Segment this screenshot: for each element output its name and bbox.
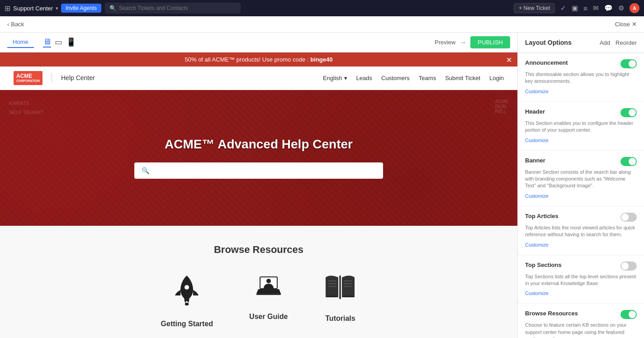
- nav-submit-ticket[interactable]: Submit Ticket: [445, 75, 480, 81]
- topbar: ⊞ Support Center ▾ Invite Agents 🔍 + New…: [0, 0, 644, 16]
- panel-header-actions: Add Reorder: [600, 39, 637, 46]
- lang-chevron-icon: ▾: [344, 75, 347, 81]
- customize-announcement[interactable]: Customize: [525, 89, 549, 94]
- nav-teams[interactable]: Teams: [419, 75, 436, 81]
- section-title-top-articles: Top Articles: [525, 213, 559, 219]
- chat-icon[interactable]: 💬: [604, 4, 613, 12]
- banner-title: ACME™ Advanced Help Center: [9, 137, 508, 152]
- resource-item-user-guide[interactable]: User Guide: [249, 274, 288, 328]
- layout-icon[interactable]: ▣: [572, 4, 578, 12]
- section-desc-banner: Banner Section consists of the search ba…: [525, 169, 637, 190]
- panel-section-header: Header This Section enables you to confi…: [518, 102, 644, 151]
- banner-search-icon: 🔍: [142, 167, 149, 174]
- resource-label-tutorials: Tutorials: [325, 314, 355, 323]
- main-layout: Home 🖥 ▭ 📱 Preview → PUBLISH 50% of all …: [0, 33, 644, 338]
- publish-button[interactable]: PUBLISH: [470, 36, 510, 48]
- announcement-close-icon[interactable]: ✕: [506, 55, 512, 64]
- laptop-icon: [253, 274, 284, 305]
- resource-item-tutorials[interactable]: Tutorials: [324, 274, 356, 328]
- grid-icon[interactable]: ⊞: [5, 4, 10, 13]
- right-panel: Layout Options Add Reorder Announcement …: [517, 33, 644, 338]
- section-desc-announcement: This dismissable section allows you to h…: [525, 71, 637, 85]
- website-preview: 50% of all ACME™ products! Use promo cod…: [0, 52, 517, 338]
- section-desc-top-sections: Top Sections lists all the top-level sec…: [525, 273, 637, 287]
- settings-icon[interactable]: ⚙: [618, 4, 624, 12]
- toggle-browse-resources[interactable]: [620, 310, 637, 319]
- panel-section-announcement: Announcement This dismissable section al…: [518, 53, 644, 102]
- tablet-icon[interactable]: ▭: [55, 37, 62, 48]
- home-tab[interactable]: Home: [7, 37, 34, 48]
- secondbar: ‹ Back Close ✕: [0, 16, 644, 33]
- section-desc-browse-resources: Choose to feature certain KB sections on…: [525, 322, 637, 338]
- customize-banner[interactable]: Customize: [525, 193, 549, 199]
- app-chevron-icon[interactable]: ▾: [56, 5, 58, 11]
- site-header: ACME CORPORATION Help Center English ▾ L…: [0, 67, 517, 90]
- nav-customers[interactable]: Customers: [381, 75, 410, 81]
- logo-line1: ACME: [16, 73, 40, 79]
- section-title-announcement: Announcement: [525, 59, 568, 66]
- search-icon: 🔍: [109, 5, 116, 11]
- book-icon: [324, 274, 356, 307]
- desktop-icon[interactable]: 🖥: [43, 37, 51, 48]
- resource-label-getting-started: Getting Started: [161, 320, 213, 328]
- svg-point-0: [185, 285, 189, 290]
- device-icons: 🖥 ▭ 📱: [43, 37, 76, 48]
- toggle-top-sections[interactable]: [620, 262, 637, 271]
- section-title-header: Header: [525, 108, 545, 115]
- avatar[interactable]: A: [630, 3, 639, 13]
- mail-icon[interactable]: ✉: [593, 4, 599, 12]
- resource-item-getting-started[interactable]: Getting Started: [161, 274, 213, 328]
- preview-controls: Preview → PUBLISH: [435, 36, 510, 48]
- browse-title: Browse Resources: [9, 244, 508, 256]
- customize-header[interactable]: Customize: [525, 138, 549, 143]
- section-title-top-sections: Top Sections: [525, 262, 562, 268]
- announcement-bar: 50% of all ACME™ products! Use promo cod…: [0, 52, 517, 67]
- promo-code: binge40: [310, 56, 332, 63]
- new-ticket-button[interactable]: + New Ticket: [514, 3, 555, 13]
- nav-login[interactable]: Login: [489, 75, 504, 81]
- preview-arrow: →: [460, 39, 466, 46]
- toggle-header[interactable]: [620, 108, 637, 117]
- search-input[interactable]: [119, 5, 236, 11]
- invite-agents-button[interactable]: Invite Agents: [61, 4, 101, 13]
- preview-area: Home 🖥 ▭ 📱 Preview → PUBLISH 50% of all …: [0, 33, 517, 338]
- resource-grid: Getting Started: [9, 274, 508, 328]
- customize-top-articles[interactable]: Customize: [525, 242, 549, 248]
- preview-label: Preview: [435, 39, 455, 46]
- panel-section-banner: Banner Banner Section consists of the se…: [518, 151, 644, 206]
- close-button[interactable]: Close ✕: [615, 21, 637, 28]
- panel-section-top-articles: Top Articles Top Articles lists the most…: [518, 206, 644, 255]
- banner-search-container: 🔍: [134, 162, 383, 179]
- customize-top-sections[interactable]: Customize: [525, 290, 549, 296]
- close-label: Close: [615, 21, 630, 28]
- preview-toolbar: Home 🖥 ▭ 📱 Preview → PUBLISH: [0, 33, 517, 52]
- help-center-label: Help Center: [61, 74, 95, 81]
- website-inner: 50% of all ACME™ products! Use promo cod…: [0, 52, 517, 338]
- banner-search-input[interactable]: [154, 167, 376, 174]
- toggle-top-articles[interactable]: [620, 213, 637, 222]
- add-button[interactable]: Add: [600, 39, 610, 46]
- mobile-icon[interactable]: 📱: [66, 37, 76, 48]
- banner-content: ACME™ Advanced Help Center 🔍: [0, 119, 517, 197]
- svg-point-4: [266, 279, 271, 283]
- toggle-banner[interactable]: [620, 157, 637, 166]
- panel-section-browse-resources: Browse Resources Choose to feature certa…: [518, 304, 644, 338]
- section-desc-top-articles: Top Articles lists the most viewed artic…: [525, 224, 637, 238]
- topbar-search-container: 🔍: [105, 3, 241, 14]
- rocket-icon: [172, 274, 201, 313]
- toggle-announcement[interactable]: [620, 59, 637, 68]
- check-icon[interactable]: ✓: [560, 4, 566, 12]
- lang-label: English: [323, 75, 342, 81]
- reorder-button[interactable]: Reorder: [616, 39, 637, 46]
- back-label: Back: [11, 21, 24, 28]
- nav-leads[interactable]: Leads: [356, 75, 372, 81]
- list-icon[interactable]: ≡: [583, 5, 587, 12]
- language-selector[interactable]: English ▾: [323, 75, 347, 81]
- panel-title: Layout Options: [525, 39, 572, 46]
- logo-divider: [52, 73, 52, 82]
- back-button[interactable]: ‹ Back: [7, 21, 24, 28]
- announcement-text: 50% of all ACME™ products! Use promo cod…: [185, 56, 309, 63]
- app-title: Support Center: [13, 5, 53, 12]
- resource-label-user-guide: User Guide: [249, 313, 288, 321]
- logo-line2: CORPORATION: [16, 79, 40, 83]
